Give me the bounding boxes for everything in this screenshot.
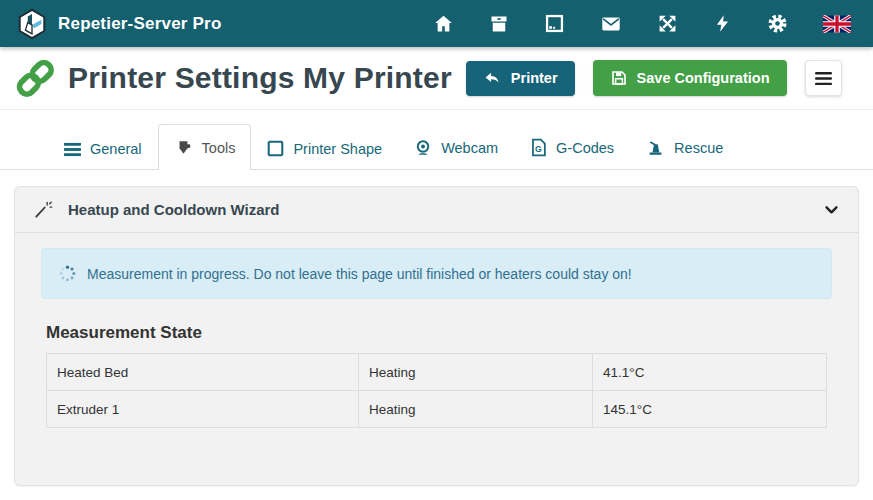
link-icon <box>14 57 56 99</box>
heater-status: Heating <box>359 354 593 391</box>
reply-arrow-icon <box>483 70 502 87</box>
measurement-state-table: Heated Bed Heating 41.1°C Extruder 1 Hea… <box>46 353 827 428</box>
heatup-wizard-panel: Heatup and Cooldown Wizard Measurement i… <box>14 186 859 486</box>
tab-general[interactable]: General <box>48 127 158 170</box>
print-queue-icon[interactable] <box>544 13 565 34</box>
heater-name: Heated Bed <box>47 354 359 391</box>
hamburger-icon <box>815 71 832 86</box>
page-title-text: Printer Settings My Printer <box>68 61 452 95</box>
measurement-state-heading: Measurement State <box>46 323 827 343</box>
panel-title: Heatup and Cooldown Wizard <box>68 201 280 218</box>
printer-box-icon[interactable] <box>489 14 509 34</box>
expand-icon[interactable] <box>657 13 678 34</box>
table-row: Heated Bed Heating 41.1°C <box>47 354 827 391</box>
top-navbar: Repetier-Server Pro <box>0 0 873 47</box>
tab-rescue[interactable]: Rescue <box>630 125 739 170</box>
svg-text:G: G <box>535 144 542 154</box>
repetier-logo-icon <box>16 8 48 40</box>
page-header: Printer Settings My Printer Printer Save… <box>0 47 873 110</box>
brand-title: Repetier-Server Pro <box>58 14 221 34</box>
table-row: Extruder 1 Heating 145.1°C <box>47 391 827 428</box>
floppy-disk-icon <box>610 69 628 87</box>
jack-icon <box>646 139 665 157</box>
webcam-icon <box>414 139 432 157</box>
gcode-file-icon: G <box>530 138 547 157</box>
gear-icon[interactable] <box>767 13 788 34</box>
tab-printer-shape[interactable]: Printer Shape <box>251 126 398 170</box>
save-configuration-button[interactable]: Save Configuration <box>593 60 787 96</box>
heater-temperature: 41.1°C <box>593 354 827 391</box>
brand[interactable]: Repetier-Server Pro <box>16 8 221 40</box>
home-icon[interactable] <box>433 13 454 34</box>
navbar-icons <box>433 13 857 35</box>
heater-name: Extruder 1 <box>47 391 359 428</box>
list-icon <box>64 142 81 157</box>
heater-status: Heating <box>359 391 593 428</box>
spinner-icon <box>58 264 77 283</box>
alert-text: Measurement in progress. Do not leave th… <box>87 266 632 282</box>
page-title: Printer Settings My Printer <box>14 57 452 99</box>
panel-header[interactable]: Heatup and Cooldown Wizard <box>15 187 858 233</box>
settings-tabs: General Tools Printer Shape Webcam <box>0 110 873 170</box>
tab-webcam[interactable]: Webcam <box>398 125 514 170</box>
tab-tools[interactable]: Tools <box>158 124 252 170</box>
tab-gcodes[interactable]: G G-Codes <box>514 124 630 170</box>
mail-icon[interactable] <box>600 13 622 35</box>
header-actions: Printer Save Configuration <box>466 60 842 96</box>
chevron-down-icon[interactable] <box>823 201 840 218</box>
printer-button[interactable]: Printer <box>466 61 575 96</box>
magic-wand-icon <box>33 200 53 220</box>
square-outline-icon <box>267 140 284 157</box>
heater-temperature: 145.1°C <box>593 391 827 428</box>
uk-flag-icon[interactable] <box>823 15 851 33</box>
measurement-alert: Measurement in progress. Do not leave th… <box>41 248 832 299</box>
bolt-icon[interactable] <box>713 13 732 34</box>
extruder-icon <box>174 138 193 157</box>
panel-body: Measurement in progress. Do not leave th… <box>15 233 858 428</box>
menu-button[interactable] <box>805 60 842 96</box>
